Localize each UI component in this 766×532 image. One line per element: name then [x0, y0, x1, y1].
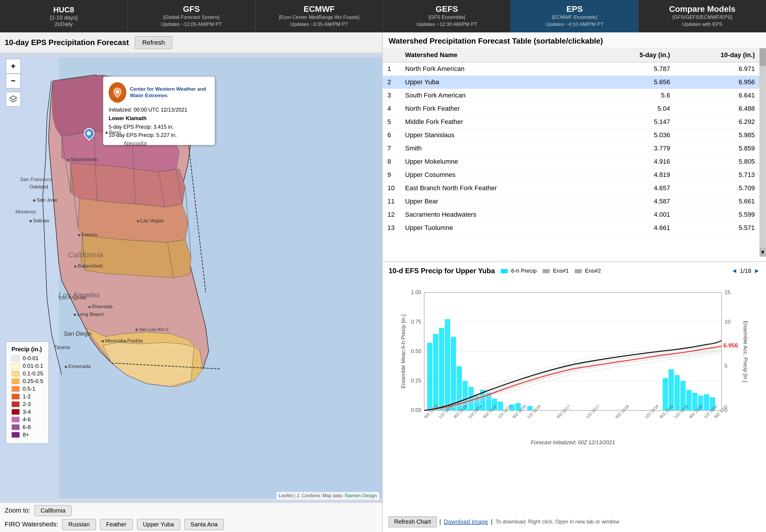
- watershed-table: Watershed Name 5-day (in.) 10-day (in.) …: [383, 48, 760, 235]
- tab-huc8[interactable]: HUC8 [1-10 days] 2xDaily: [0, 0, 128, 32]
- row-num: 9: [383, 168, 400, 182]
- chart-legend: 6-h Precip Ens#1 Ens#2: [501, 268, 601, 274]
- row-num: 13: [383, 221, 400, 235]
- left-panel: 10-day EPS Precipitation Forecast Refres…: [0, 32, 383, 532]
- row-10day: 5.859: [675, 142, 760, 155]
- table-row[interactable]: 6 Upper Stanislaus 5.036 5.985: [383, 129, 760, 142]
- scroll-down-btn[interactable]: ▼: [760, 248, 766, 257]
- row-5day: 4.587: [597, 195, 675, 208]
- svg-rect-47: [498, 402, 503, 410]
- gfs-title: GFS: [183, 4, 200, 14]
- legend-item-label: 0.25-0.5: [23, 378, 43, 385]
- california-button[interactable]: California: [34, 505, 72, 516]
- stamen-link[interactable]: Stamen Design: [345, 493, 377, 498]
- chart-section: 10-d EFS Precip for Upper Yuba 6-h Preci…: [383, 262, 766, 532]
- row-10day: 6.488: [675, 102, 760, 115]
- table-section: Watershed Precipitation Forecast Table (…: [383, 32, 766, 262]
- map-area[interactable]: + −: [0, 53, 382, 503]
- row-10day: 6.292: [675, 115, 760, 129]
- refresh-chart-button[interactable]: Refresh Chart: [389, 516, 437, 527]
- chart-title-row: 10-d EFS Precip for Upper Yuba 6-h Preci…: [389, 267, 760, 275]
- legend-6h-precip: 6-h Precip: [501, 268, 537, 274]
- row-5day: 5.6: [597, 89, 675, 102]
- row-watershed-name: North Fork American: [400, 62, 597, 76]
- row-5day: 4.819: [597, 168, 675, 182]
- svg-rect-52: [669, 369, 674, 410]
- table-row[interactable]: 8 Upper Mokelumne 4.916 5.805: [383, 155, 760, 168]
- legend-color-swatch: [11, 394, 20, 400]
- tab-compare[interactable]: Compare Models [GFS/GEFS/ECMWF/EPS] Upda…: [639, 0, 766, 32]
- row-num: 2: [383, 76, 400, 89]
- compare-sub1: [GFS/GEFS/ECMWF/EPS]: [672, 14, 732, 21]
- col-10day[interactable]: 10-day (in.): [675, 48, 760, 62]
- table-scroll-area[interactable]: Watershed Name 5-day (in.) 10-day (in.) …: [383, 48, 760, 257]
- footer-separator: |: [440, 518, 441, 525]
- row-10day: 5.599: [675, 208, 760, 221]
- zoom-in-button[interactable]: +: [6, 59, 21, 74]
- row-10day: 6.641: [675, 89, 760, 102]
- tab-gefs[interactable]: GEFS [GFS Ensemble] Updates ~12:30 AM/PM…: [383, 0, 511, 32]
- col-5day[interactable]: 5-day (in.): [597, 48, 675, 62]
- tab-gfs[interactable]: GFS [Global Forecast System] Updates ~12…: [128, 0, 256, 32]
- table-row[interactable]: 4 North Fork Feather 5.04 6.488: [383, 102, 760, 115]
- svg-text:1.00: 1.00: [411, 289, 421, 295]
- download-image-link[interactable]: Download Image: [444, 518, 488, 525]
- col-num[interactable]: [383, 48, 400, 62]
- layers-button[interactable]: [6, 92, 21, 107]
- map-popup: Center for Western Weather and Water Ext…: [103, 77, 215, 145]
- col-name[interactable]: Watershed Name: [400, 48, 597, 62]
- chart-footer-note: To download: Right click, Open in new ta…: [495, 519, 619, 525]
- compare-title: Compare Models: [669, 4, 736, 14]
- row-watershed-name: East Branch North Fork Feather: [400, 182, 597, 195]
- table-row[interactable]: 12 Sacramento Headwaters 4.001 5.599: [383, 208, 760, 221]
- firo-upper-yuba-button[interactable]: Upper Yuba: [137, 519, 180, 530]
- table-scrollbar[interactable]: ▼: [760, 48, 766, 257]
- table-row[interactable]: 7 Smith 3.779 5.859: [383, 142, 760, 155]
- firo-russian-button[interactable]: Russian: [62, 519, 96, 530]
- chart-next-button[interactable]: ►: [754, 267, 760, 275]
- row-watershed-name: Middle Fork Feather: [400, 115, 597, 129]
- tab-ecmwf[interactable]: ECMWF [Euro Center MedRange Wx Fcasts] U…: [256, 0, 383, 32]
- map-toolbar: 10-day EPS Precipitation Forecast Refres…: [0, 32, 382, 53]
- table-row[interactable]: 11 Upper Bear 4.587 5.661: [383, 195, 760, 208]
- firo-santa-ana-button[interactable]: Santa Ana: [184, 519, 224, 530]
- firo-feather-button[interactable]: Feather: [100, 519, 133, 530]
- popup-logo: [109, 82, 126, 103]
- legend-item-label: 0.1-0.25: [23, 370, 43, 377]
- svg-text:Ensemble Acc. Precip [in.]: Ensemble Acc. Precip [in.]: [742, 321, 748, 382]
- svg-rect-37: [439, 328, 444, 410]
- zoom-out-button[interactable]: −: [6, 74, 21, 88]
- row-watershed-name: Upper Cosumnes: [400, 168, 597, 182]
- chart-prev-button[interactable]: ◄: [731, 267, 738, 275]
- table-row[interactable]: 13 Upper Tuolumne 4.661 5.571: [383, 221, 760, 235]
- ecmwf-title: ECMWF: [304, 4, 335, 14]
- map-attribution: Leaflet | J. Cordeira; Map data: Stamen …: [276, 492, 379, 500]
- map-refresh-button[interactable]: Refresh: [135, 36, 172, 49]
- legend-item: 8+: [11, 432, 43, 438]
- legend-title: Precip (in.): [11, 346, 43, 353]
- chart-body: 0.00 0.25 0.50 0.75 1.00 0 5 10 15 Ensem…: [389, 278, 760, 513]
- table-row[interactable]: 5 Middle Fork Feather 5.147 6.292: [383, 115, 760, 129]
- tab-eps[interactable]: EPS [ECMWF Ensemble] Updates ~4:10 AM/PM…: [511, 0, 639, 32]
- right-panel: Watershed Precipitation Forecast Table (…: [383, 32, 766, 532]
- svg-text:0.50: 0.50: [411, 348, 421, 354]
- row-5day: 5.036: [597, 129, 675, 142]
- legend-item-label: 0.5-1: [23, 386, 35, 392]
- table-row[interactable]: 10 East Branch North Fork Feather 4.657 …: [383, 182, 760, 195]
- svg-rect-51: [663, 378, 668, 410]
- legend-color-swatch: [11, 424, 20, 430]
- legend-item: 1-2: [11, 393, 43, 400]
- gfs-sub1: [Global Forecast System]: [163, 14, 220, 21]
- svg-rect-39: [451, 337, 456, 410]
- table-row[interactable]: 3 South Fork American 5.6 6.641: [383, 89, 760, 102]
- table-row[interactable]: 2 Upper Yuba 5.656 6.956: [383, 76, 760, 89]
- table-row[interactable]: 1 North Fork American 5.787 6.971: [383, 62, 760, 76]
- row-watershed-name: Upper Mokelumne: [400, 155, 597, 168]
- legend-item-label: 1-2: [23, 393, 31, 400]
- row-num: 8: [383, 155, 400, 168]
- popup-place: Lower Klamath: [109, 114, 209, 123]
- huc8-sub1: [1-10 days]: [50, 14, 77, 21]
- table-row[interactable]: 9 Upper Cosumnes 4.819 5.713: [383, 168, 760, 182]
- gfs-sub2: Updates ~12:05 AM/PM PT: [161, 21, 222, 28]
- row-num: 4: [383, 102, 400, 115]
